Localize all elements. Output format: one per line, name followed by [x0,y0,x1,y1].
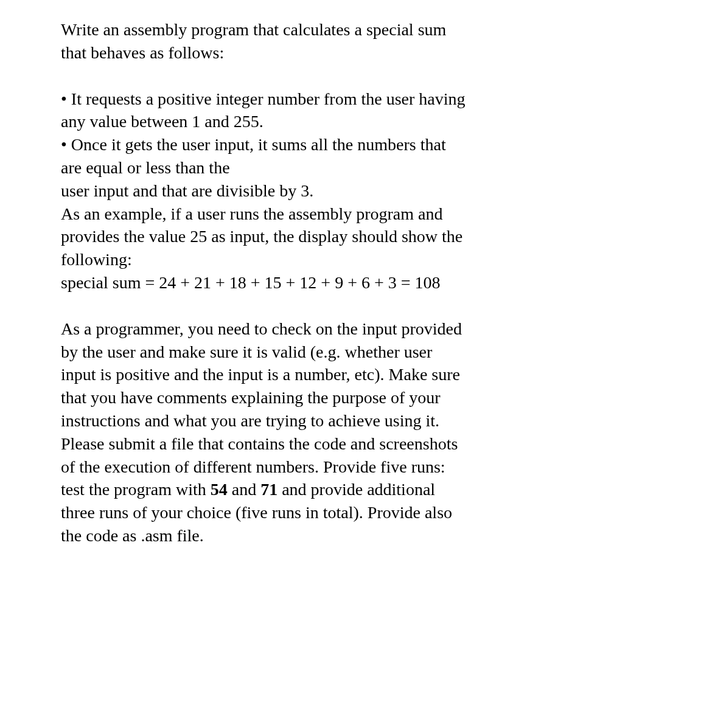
text-line: instructions and what you are trying to … [61,409,675,432]
bullet-item-line: user input and that are divisible by 3. [61,179,675,203]
bullet-item-line: are equal or less than the [61,156,675,179]
text-segment: and [228,480,260,499]
text-line: Please submit a file that contains the c… [61,432,675,456]
text-line: test the program with 54 and 71 and prov… [61,478,675,501]
instructions-paragraph: As a programmer, you need to check on th… [61,317,675,547]
bold-number: 54 [211,480,228,499]
formula-line: special sum = 24 + 21 + 18 + 15 + 12 + 9… [61,271,675,294]
text-line: input is positive and the input is a num… [61,363,675,386]
intro-paragraph: Write an assembly program that calculate… [61,18,675,64]
text-segment: and provide additional [277,480,435,499]
example-line: following: [61,248,675,271]
text-line: As a programmer, you need to check on th… [61,317,675,341]
bullet-item-line: • It requests a positive integer number … [61,88,675,111]
bullet-item-line: • Once it gets the user input, it sums a… [61,133,675,156]
bold-number: 71 [260,480,277,499]
text-line: the code as .asm file. [61,524,675,547]
bullet-item-line: any value between 1 and 255. [61,110,675,133]
text-line: by the user and make sure it is valid (e… [61,341,675,364]
example-line: As an example, if a user runs the assemb… [61,203,675,226]
text-line: Write an assembly program that calculate… [61,18,675,41]
requirements-paragraph: • It requests a positive integer number … [61,88,675,294]
text-line: of the execution of different numbers. P… [61,456,675,479]
text-line: that you have comments explaining the pu… [61,386,675,409]
example-line: provides the value 25 as input, the disp… [61,225,675,248]
text-line: three runs of your choice (five runs in … [61,501,675,524]
text-line: that behaves as follows: [61,41,675,64]
text-segment: test the program with [61,480,211,499]
